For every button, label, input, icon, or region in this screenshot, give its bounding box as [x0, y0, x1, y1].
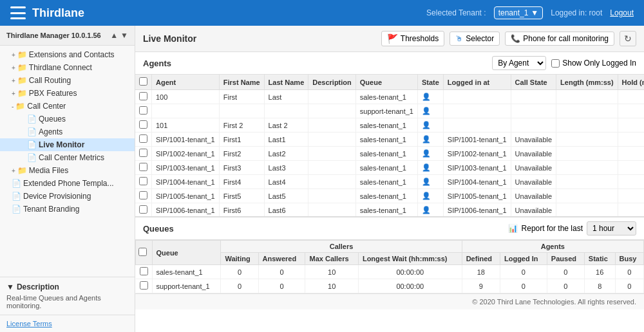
sidebar-item-extensions[interactable]: + 📁 Extensions and Contacts [0, 48, 135, 61]
col-logged-in-at: Logged in at [443, 75, 511, 90]
cell-max-callers: 10 [305, 265, 358, 279]
cell-queue: sales-tenant_1 [152, 265, 221, 279]
cell-last: Last1 [264, 133, 308, 147]
sidebar-item-call-center-metrics[interactable]: 📄 Call Center Metrics [0, 151, 135, 164]
sidebar-item-extended-phone[interactable]: 📄 Extended Phone Templa... [0, 177, 135, 190]
sidebar-header: Thirdlane Manager 10.0.1.56 ▲ ▼ [0, 26, 135, 46]
selector-button[interactable]: 🖱 Selector [450, 32, 500, 46]
queues-section: Queues 📊 Report for the last 1 hour 2 ho… [135, 216, 644, 293]
col-queue: Queue [355, 75, 417, 90]
cell-queue: sales-tenant_1 [355, 189, 417, 203]
phone-button[interactable]: 📞 Phone for call monitoring [505, 32, 614, 46]
show-only-checkbox[interactable] [551, 59, 560, 68]
sidebar-item-queues[interactable]: 📄 Queues [0, 113, 135, 125]
cell-paused: 0 [547, 279, 584, 293]
row-checkbox[interactable] [140, 281, 148, 290]
row-checkbox[interactable] [139, 205, 147, 214]
sidebar-item-media-files[interactable]: + 📁 Media Files [0, 164, 135, 177]
sidebar-item-call-routing[interactable]: + 📁 Call Routing [0, 74, 135, 87]
cell-busy: 0 [615, 265, 643, 279]
cell-hold [618, 104, 644, 118]
cell-length [556, 175, 618, 189]
cell-call-state: Unavailable [511, 133, 556, 147]
sidebar-item-label: Thirdlane Connect [29, 63, 92, 72]
file-icon: 📄 [27, 127, 37, 136]
cell-last: Last2 [264, 147, 308, 161]
table-row: SIP/1003-tenant_1 First3 Last3 sales-ten… [135, 161, 644, 175]
col-answered: Answered [258, 253, 305, 265]
row-checkbox[interactable] [139, 134, 147, 143]
cell-first: First6 [219, 203, 264, 217]
callers-header: Callers [221, 241, 462, 253]
hour-select[interactable]: 1 hour 2 hours 4 hours 8 hours 24 hours [587, 221, 636, 235]
row-checkbox[interactable] [139, 149, 147, 157]
footer-text: © 2020 Third Lane Technologies. All righ… [472, 298, 636, 306]
cell-desc [308, 203, 356, 217]
hamburger-menu[interactable] [10, 6, 26, 19]
select-all-agents[interactable] [139, 77, 147, 86]
cell-first: First2 [219, 147, 264, 161]
cell-logged-in: SIP/1004-tenant_1 [443, 175, 511, 189]
cell-logged-in: SIP/1005-tenant_1 [443, 189, 511, 203]
cell-first: First5 [219, 189, 264, 203]
col-description: Description [308, 75, 356, 90]
cell-queue: sales-tenant_1 [355, 133, 417, 147]
tenant-dropdown-icon[interactable]: ▼ [531, 8, 538, 17]
cell-logged-in: 0 [500, 279, 547, 293]
cell-hold [618, 90, 644, 104]
cell-longest-wait: 00:00:00 [358, 279, 462, 293]
row-checkbox[interactable] [140, 267, 148, 275]
queues-table-body: sales-tenant_1 0 0 10 00:00:00 18 0 0 16… [136, 265, 644, 293]
license-link[interactable]: License Terms [6, 320, 52, 327]
tenant-label: Selected Tenant : [426, 8, 486, 17]
sidebar-item-pbx-features[interactable]: + 📁 PBX Features [0, 87, 135, 100]
cell-last: Last6 [264, 203, 308, 217]
select-all-queues[interactable] [138, 248, 147, 256]
row-checkbox[interactable] [139, 92, 147, 100]
agent-sort-select[interactable]: By Agent By Queue [492, 56, 546, 70]
agents-table-container: Agent First Name Last Name Description Q… [135, 75, 644, 216]
sidebar-item-label: Agents [39, 127, 62, 136]
cell-agent [152, 104, 220, 118]
row-checkbox[interactable] [139, 191, 147, 199]
cell-busy: 0 [615, 279, 643, 293]
sidebar-item-live-monitor[interactable]: 📄 Live Monitor [0, 138, 135, 151]
row-checkbox[interactable] [139, 120, 147, 129]
cell-queue: sales-tenant_1 [355, 161, 417, 175]
sidebar-item-device-provisioning[interactable]: 📄 Device Provisioning [0, 190, 135, 203]
row-checkbox[interactable] [139, 177, 147, 185]
cell-hold [618, 161, 644, 175]
sidebar-item-label: Extensions and Contacts [29, 50, 115, 59]
cell-state: 👤 [417, 203, 443, 217]
sidebar-item-agents[interactable]: 📄 Agents [0, 125, 135, 138]
sidebar-item-call-center[interactable]: - 📁 Call Center [0, 100, 135, 113]
col-state: State [417, 75, 443, 90]
logout-button[interactable]: Logout [610, 8, 634, 17]
folder-icon: 📁 [17, 166, 27, 175]
thresholds-button[interactable]: 🚩 Thresholds [381, 31, 444, 46]
cell-agent: SIP/1004-tenant_1 [152, 175, 220, 189]
sidebar-item-tenant-branding[interactable]: 📄 Tenant Branding [0, 203, 135, 216]
row-checkbox[interactable] [139, 163, 147, 171]
agents-table-body: 100 First Last sales-tenant_1 👤 support-… [135, 90, 644, 217]
sidebar-down-icon[interactable]: ▼ [120, 31, 128, 40]
sidebar-up-icon[interactable]: ▲ [110, 31, 118, 40]
refresh-button[interactable]: ↻ [620, 31, 636, 46]
logged-in-label: Logged in: root [551, 8, 602, 17]
table-row: 101 First 2 Last 2 sales-tenant_1 👤 [135, 118, 644, 133]
cell-length [556, 147, 618, 161]
col-length: Length (mm:ss) [556, 75, 618, 90]
cell-queue: support-tenant_1 [152, 279, 221, 293]
cell-agent: SIP/1001-tenant_1 [152, 133, 220, 147]
cell-paused: 0 [547, 265, 584, 279]
collapse-icon[interactable]: ▼ [6, 282, 14, 291]
cell-call-state [511, 118, 556, 133]
cell-last: Last [264, 90, 308, 104]
app-title: Thirdlane [32, 6, 84, 20]
sidebar-item-thirdlane-connect[interactable]: + 📁 Thirdlane Connect [0, 61, 135, 74]
sidebar: Thirdlane Manager 10.0.1.56 ▲ ▼ + 📁 Exte… [0, 26, 135, 332]
agents-table-head: Agent First Name Last Name Description Q… [135, 75, 644, 90]
tenant-selector[interactable]: tenant_1 ▼ [494, 6, 544, 19]
table-row: SIP/1004-tenant_1 First4 Last4 sales-ten… [135, 175, 644, 189]
row-checkbox[interactable] [139, 106, 147, 115]
